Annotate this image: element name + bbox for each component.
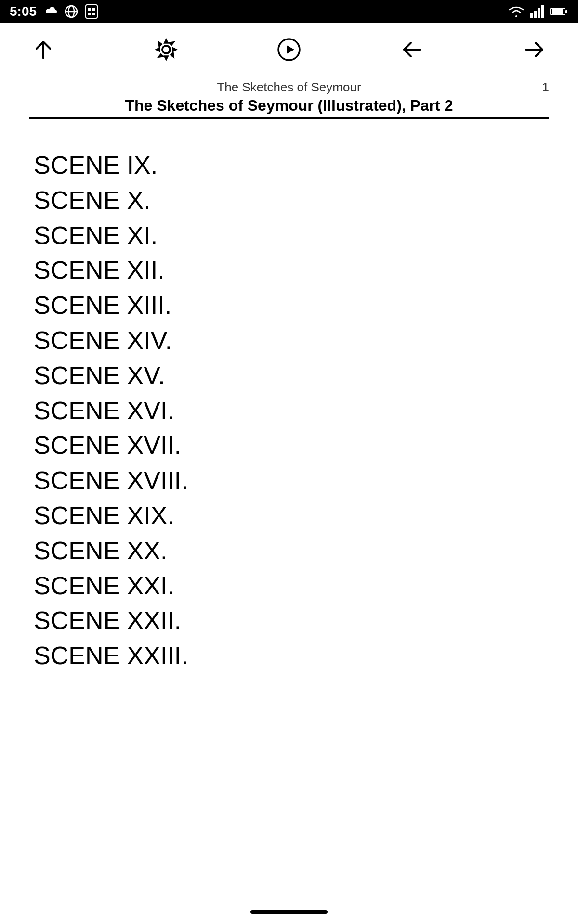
book-subtitle: The Sketches of Seymour (Illustrated), P… — [29, 97, 549, 119]
svg-marker-20 — [287, 45, 294, 54]
cloud-icon — [42, 6, 58, 17]
scene-list-item[interactable]: SCENE XII. — [34, 253, 544, 288]
status-bar: 5:05 — [0, 0, 578, 23]
scene-list-item[interactable]: SCENE XVI. — [34, 393, 544, 428]
svg-rect-9 — [534, 11, 537, 18]
svg-rect-14 — [565, 10, 567, 13]
svg-rect-4 — [88, 8, 91, 11]
status-bar-right — [508, 5, 568, 18]
scene-list-item[interactable]: SCENE IX. — [34, 148, 544, 183]
vpn-icon — [64, 4, 79, 19]
svg-rect-8 — [530, 13, 533, 18]
svg-point-17 — [162, 46, 170, 53]
book-title: The Sketches of Seymour — [217, 80, 361, 95]
home-indicator — [250, 910, 328, 914]
back-button[interactable] — [397, 35, 426, 64]
scene-list-item[interactable]: SCENE XIX. — [34, 498, 544, 533]
svg-rect-13 — [552, 9, 563, 14]
content-area: SCENE IX.SCENE X.SCENE XI.SCENE XII.SCEN… — [0, 119, 578, 702]
forward-button[interactable] — [520, 35, 549, 64]
status-time: 5:05 — [10, 4, 37, 19]
scene-list-item[interactable]: SCENE XI. — [34, 218, 544, 253]
svg-rect-5 — [92, 8, 95, 11]
scene-list-item[interactable]: SCENE XV. — [34, 358, 544, 393]
scene-list-item[interactable]: SCENE XX. — [34, 533, 544, 568]
signal-icon — [530, 5, 545, 18]
book-header: The Sketches of Seymour 1 The Sketches o… — [0, 76, 578, 119]
svg-rect-7 — [92, 13, 95, 15]
book-title-line: The Sketches of Seymour — [29, 80, 549, 95]
scene-list-item[interactable]: SCENE XVIII. — [34, 463, 544, 498]
status-bar-left: 5:05 — [10, 4, 98, 19]
scene-list-item[interactable]: SCENE XIV. — [34, 323, 544, 358]
battery-icon — [550, 6, 568, 17]
svg-rect-10 — [538, 8, 540, 18]
svg-rect-6 — [88, 13, 91, 15]
bottom-bar — [0, 900, 578, 924]
svg-rect-11 — [541, 5, 544, 18]
scene-list-item[interactable]: SCENE X. — [34, 183, 544, 218]
scene-list-item[interactable]: SCENE XXII. — [34, 603, 544, 638]
play-button[interactable] — [275, 35, 303, 64]
scene-list-item[interactable]: SCENE XXIII. — [34, 638, 544, 673]
toolbar — [0, 23, 578, 76]
page-number: 1 — [542, 80, 549, 95]
scene-list-item[interactable]: SCENE XVII. — [34, 428, 544, 463]
settings-button[interactable] — [152, 35, 181, 64]
sim-icon — [85, 4, 98, 19]
svg-rect-3 — [86, 5, 97, 18]
wifi-icon — [508, 5, 525, 18]
scene-list: SCENE IX.SCENE X.SCENE XI.SCENE XII.SCEN… — [34, 148, 544, 673]
scene-list-item[interactable]: SCENE XXI. — [34, 568, 544, 603]
scene-list-item[interactable]: SCENE XIII. — [34, 288, 544, 323]
up-arrow-button[interactable] — [29, 35, 58, 64]
